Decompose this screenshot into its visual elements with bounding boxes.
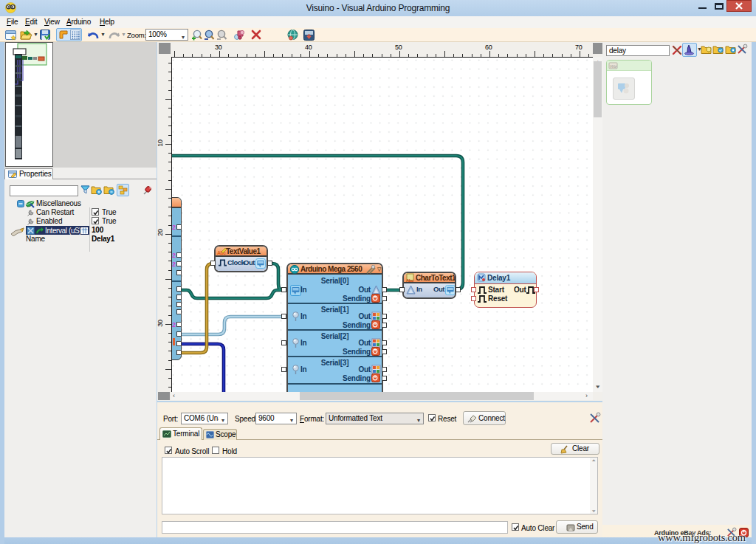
svg-text:Wiz: Wiz xyxy=(610,64,617,69)
svg-text:Abc: Abc xyxy=(406,278,414,283)
